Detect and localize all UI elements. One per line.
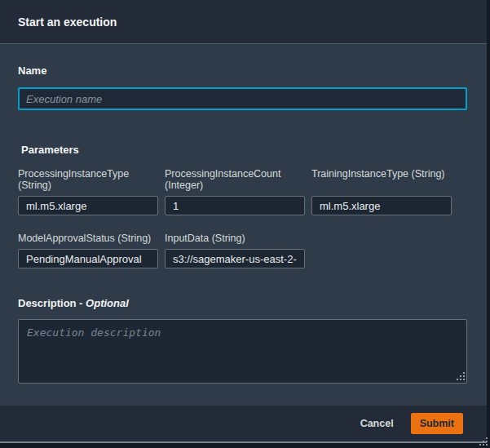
description-optional-text: Optional [86,297,129,309]
param-field-processing-instance-count: ProcessingInstanceCount (Integer) [165,168,305,215]
param-label: ProcessingInstanceType (String) [18,168,158,191]
resize-grip-icon[interactable] [457,372,465,380]
param-field-training-instance-type: TrainingInstanceType (String) [311,168,452,215]
param-label: ProcessingInstanceCount (Integer) [165,168,305,191]
param-label: TrainingInstanceType (String) [311,168,452,180]
training-instance-type-input[interactable] [311,196,452,215]
name-label: Name [18,65,467,77]
param-field-model-approval-status: ModelApprovalStatus (String) [18,233,158,268]
param-field-processing-instance-type: ProcessingInstanceType (String) [18,168,158,215]
model-approval-status-input[interactable] [18,249,158,268]
cancel-button[interactable]: Cancel [352,413,402,434]
start-execution-dialog: Start an execution Name Parameters Proce… [0,0,487,443]
dialog-footer: Cancel Submit [0,406,487,441]
description-label-text: Description - [18,297,82,309]
description-label: Description - Optional [18,298,467,309]
processing-instance-count-input[interactable] [165,196,305,215]
dialog-header: Start an execution [0,0,487,44]
execution-name-input[interactable] [18,87,467,110]
input-data-input[interactable] [165,249,305,268]
dialog-body: Name Parameters ProcessingInstanceType (… [0,44,487,406]
processing-instance-type-input[interactable] [18,196,158,215]
submit-button[interactable]: Submit [411,413,463,434]
param-label: InputData (String) [165,233,305,244]
param-field-input-data: InputData (String) [165,233,305,268]
parameters-heading: Parameters [21,144,467,155]
description-textarea-wrap [18,319,467,384]
resize-grip-icon[interactable] [479,437,488,446]
dialog-title: Start an execution [18,16,117,29]
param-label: ModelApprovalStatus (String) [18,233,158,244]
execution-description-textarea[interactable] [18,319,467,384]
parameters-grid: ProcessingInstanceType (String) Processi… [18,168,467,268]
